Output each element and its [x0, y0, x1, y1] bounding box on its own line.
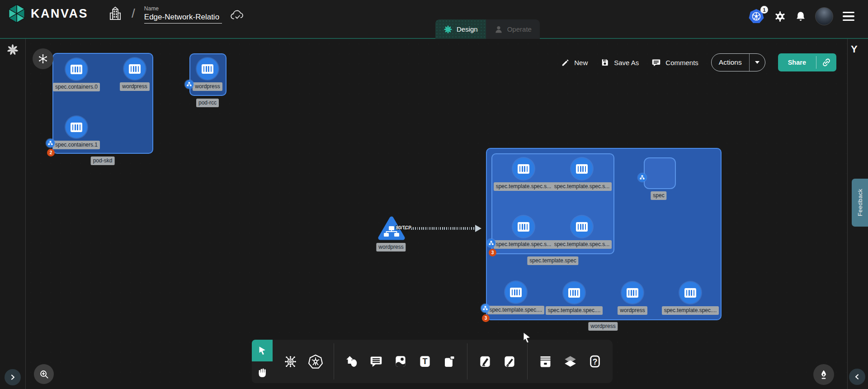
wordpress-deployment-label: wordpress [588, 322, 618, 331]
user-avatar[interactable] [815, 7, 833, 25]
container-icon[interactable] [622, 282, 643, 304]
actions-caret-icon[interactable] [750, 61, 765, 64]
deployment-relationship-badge[interactable] [481, 304, 490, 313]
breadcrumb-separator: / [131, 6, 136, 21]
container-icon[interactable] [679, 282, 701, 304]
container-node: spec.template.spec.s... [548, 158, 616, 191]
pod-skd-error-badge[interactable]: 2 [47, 149, 55, 157]
pen-nib-icon [818, 369, 829, 380]
node-label: spec.template.spec.... [546, 306, 603, 315]
service-edge-arrowhead [475, 225, 481, 232]
save-status-cloud-icon [230, 9, 245, 21]
container-node: spec.template.spec.s... [490, 216, 557, 249]
container-node: spec.template.spec.s... [490, 158, 557, 191]
container-icon[interactable] [66, 58, 87, 80]
tab-design[interactable]: Design [435, 19, 486, 39]
design-swirl-icon [443, 25, 453, 34]
tab-operate[interactable]: Operate [486, 19, 540, 39]
container-icon[interactable] [513, 158, 534, 180]
settings-gear-icon[interactable] [774, 10, 786, 23]
container-node: spec.template.spec.... [540, 282, 608, 315]
pod-rcc-relationship-badge[interactable] [185, 80, 193, 89]
svg-text:?: ? [593, 357, 598, 366]
container-icon[interactable] [197, 58, 218, 80]
container-icon[interactable] [571, 216, 593, 237]
feedback-tab[interactable]: Feedback [852, 179, 868, 227]
pod-skd-label: pod-skd [91, 157, 115, 165]
zoom-button[interactable] [34, 364, 54, 384]
spec-relationship-badge[interactable] [638, 173, 646, 182]
pointer-icon [257, 346, 267, 356]
pod-skd-relationship-badge[interactable] [46, 139, 55, 147]
kubernetes-context-icon[interactable]: 1 [748, 8, 765, 24]
shapes-tool-icon[interactable] [345, 355, 359, 368]
comment-tool-icon[interactable] [369, 355, 383, 368]
spec-node[interactable] [644, 157, 676, 189]
service-edge [405, 227, 476, 230]
snowflake-actions-button[interactable] [33, 48, 53, 69]
node-label: spec.template.spec.s... [552, 182, 612, 191]
container-icon[interactable] [66, 116, 87, 138]
save-icon [600, 58, 609, 67]
help-tool-icon[interactable]: ? [588, 355, 602, 368]
container-icon[interactable] [124, 58, 146, 80]
actions-dropdown-button[interactable]: Actions [711, 53, 765, 71]
image-tool-icon[interactable] [394, 355, 407, 368]
container-icon[interactable] [505, 281, 527, 303]
template-error-badge[interactable]: 3 [489, 249, 496, 256]
left-sidebar-strip [0, 39, 26, 389]
container-node: wordpress [174, 58, 241, 91]
template-relationship-badge[interactable] [487, 239, 495, 247]
container-icon[interactable] [513, 216, 534, 237]
kanvas-swirl-icon[interactable] [6, 43, 19, 56]
pod-rcc-label: pod-rcc [196, 99, 219, 107]
new-pencil-icon [561, 58, 570, 67]
expand-left-panel-button[interactable] [5, 369, 21, 385]
node-label: spec.containers.1 [53, 141, 100, 149]
integrations-icon[interactable] [283, 355, 297, 369]
note-tool-icon[interactable] [443, 355, 456, 368]
tab-design-label: Design [457, 25, 478, 33]
service-edge-label: 80/TCP [396, 225, 411, 230]
menu-icon[interactable] [842, 10, 855, 23]
drawer-tool-icon[interactable] [538, 355, 552, 369]
notifications-bell-icon[interactable] [795, 10, 807, 23]
svg-text:T: T [422, 357, 427, 366]
pen-nib-button[interactable] [813, 364, 834, 385]
comments-icon [651, 58, 661, 67]
text-tool-icon[interactable]: T [418, 355, 432, 368]
comments-button[interactable]: Comments [651, 58, 698, 67]
yaml-panel-icon[interactable]: Y [851, 43, 858, 55]
organization-icon[interactable] [108, 6, 123, 21]
deployment-error-badge[interactable]: 3 [482, 314, 490, 322]
layers-tool-icon[interactable] [563, 355, 577, 369]
container-node: wordpress [101, 58, 169, 91]
kanvas-app: KANVAS / [0, 0, 868, 389]
k8s-count-badge: 1 [760, 6, 768, 14]
container-icon[interactable] [563, 282, 585, 304]
draw-pencil-tool-icon[interactable] [503, 355, 516, 368]
container-node: spec.template.spec.... [656, 282, 724, 315]
edit-pen-tool-icon[interactable] [478, 355, 492, 368]
kubernetes-icon[interactable] [308, 354, 323, 369]
magnifier-plus-icon [39, 369, 49, 380]
hand-icon [257, 367, 268, 378]
copy-link-icon[interactable] [816, 57, 836, 67]
design-actions-bar: New Save As Comments Actions Share [561, 53, 836, 71]
node-label: wordpress [193, 82, 222, 91]
design-name-input[interactable] [144, 12, 222, 24]
collapse-right-panel-button[interactable] [849, 369, 865, 385]
share-button[interactable]: Share [778, 53, 836, 71]
container-node: spec.containers.0 [42, 58, 110, 91]
kanvas-logo[interactable]: KANVAS [7, 4, 88, 23]
spec-template-spec-label: spec.template.spec [527, 256, 578, 265]
container-icon[interactable] [571, 158, 593, 180]
spec-node-label: spec [651, 191, 666, 200]
new-button[interactable]: New [561, 58, 588, 67]
design-name-field: Name [144, 5, 222, 24]
pointer-tool-button[interactable] [252, 340, 273, 361]
node-label: wordpress [120, 82, 149, 91]
node-label: spec.template.spec.s... [552, 240, 612, 249]
pan-tool-button[interactable] [252, 361, 273, 383]
save-as-button[interactable]: Save As [600, 58, 639, 67]
